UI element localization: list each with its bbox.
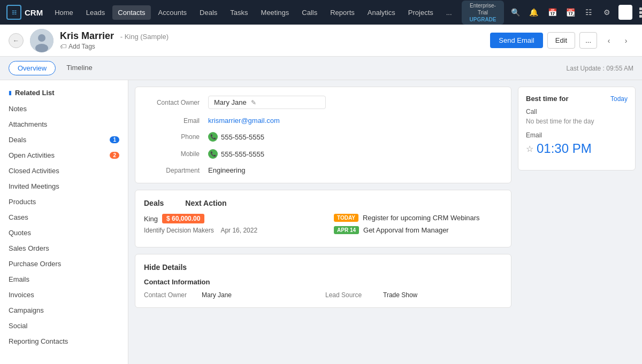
email-link[interactable]: krismarrier@gmail.com	[208, 117, 280, 125]
sidebar-item-sales-orders[interactable]: Sales Orders	[0, 241, 128, 256]
tag-icon: 🏷	[60, 43, 66, 50]
deals-badge: 1	[110, 136, 119, 143]
send-email-button[interactable]: Send Email	[490, 33, 542, 48]
deals-title: Deals	[144, 199, 164, 207]
info-owner-value: Mary Jane	[202, 291, 232, 299]
owner-edit-icon[interactable]: ✎	[251, 99, 256, 106]
sidebar-item-open-activities[interactable]: Open Activities 2	[0, 148, 128, 163]
prev-record-button[interactable]: ‹	[601, 33, 616, 48]
main-layout: ▮ Related List Notes Attachments Deals 1…	[0, 80, 642, 364]
svg-point-2	[35, 44, 48, 52]
action-text-1: Register for upcoming CRM Webinars	[363, 214, 480, 222]
contact-owner-label: Contact Owner	[144, 99, 208, 106]
tab-overview[interactable]: Overview	[9, 61, 56, 75]
nav-accounts[interactable]: Accounts	[153, 5, 192, 20]
grid-icon[interactable]: ☷	[582, 5, 596, 20]
nav-arrows: ‹ ›	[601, 33, 633, 48]
sidebar-item-reporting-contacts[interactable]: Reporting Contacts	[0, 334, 128, 349]
open-activities-badge: 2	[110, 152, 119, 159]
email-value: krismarrier@gmail.com	[208, 117, 502, 125]
back-button[interactable]: ←	[9, 33, 24, 48]
info-owner-label: Contact Owner	[144, 291, 197, 299]
top-navigation: ☷ CRM Home Leads Contacts Accounts Deals…	[0, 0, 642, 25]
today-link[interactable]: Today	[610, 95, 628, 103]
svg-point-1	[38, 34, 45, 42]
contact-info-grid: Contact Owner Mary Jane Lead Source Trad…	[144, 291, 502, 299]
add-tags-button[interactable]: 🏷 Add Tags	[60, 43, 490, 50]
mobile-label: Mobile	[144, 150, 208, 158]
edit-button[interactable]: Edit	[547, 32, 575, 49]
sidebar-item-invoices[interactable]: Invoices	[0, 287, 128, 303]
best-time-email-section: Email ☆ 01:30 PM	[526, 131, 628, 156]
sidebar-item-cases[interactable]: Cases	[0, 210, 128, 225]
sidebar-item-attachments[interactable]: Attachments	[0, 117, 128, 132]
content-panels: Contact Owner Mary Jane ✎ Email krismarr…	[128, 80, 642, 314]
logo-text: CRM	[25, 8, 43, 17]
info-lead-source-value: Trade Show	[383, 291, 417, 299]
deals-content: King $ 60,000.00 Identify Decision Maker…	[144, 214, 502, 238]
deals-header: Deals Next Action	[144, 199, 502, 207]
best-time-title: Best time for	[526, 95, 568, 103]
nav-tasks[interactable]: Tasks	[225, 5, 253, 20]
hide-details-title[interactable]: Hide Details	[144, 263, 502, 272]
best-time-call-sub: No best time for the day	[526, 118, 628, 125]
settings-icon[interactable]: ⚙	[600, 5, 614, 20]
sidebar-item-purchase-orders[interactable]: Purchase Orders	[0, 256, 128, 272]
sidebar-item-deals[interactable]: Deals 1	[0, 132, 128, 148]
mobile-icon: 📞	[208, 149, 218, 159]
nav-leads[interactable]: Leads	[81, 5, 110, 20]
last-update-text: Last Update : 09:55 AM	[567, 65, 633, 72]
nav-more[interactable]: ...	[441, 5, 457, 20]
sidebar-item-products[interactable]: Products	[0, 194, 128, 210]
nav-right-actions: Enterprise-Trial UPGRADE 🔍 🔔 📅 📆 ☷ ⚙	[462, 1, 642, 25]
phone-label: Phone	[144, 133, 208, 141]
apps-icon[interactable]	[637, 5, 642, 20]
calendar-icon[interactable]: 📆	[563, 5, 577, 20]
enterprise-badge: Enterprise-Trial UPGRADE	[462, 1, 505, 25]
sidebar-item-emails[interactable]: Emails	[0, 272, 128, 287]
contact-avatar	[30, 29, 54, 52]
contact-owner-row: Contact Owner Mary Jane ✎	[144, 96, 502, 109]
phone-row: Phone 📞 555-555-5555	[144, 132, 502, 142]
nav-projects[interactable]: Projects	[403, 5, 439, 20]
sidebar-item-closed-activities[interactable]: Closed Activities	[0, 163, 128, 179]
side-panel: Best time for Today Call No best time fo…	[518, 87, 636, 308]
phone-icon: 📞	[208, 132, 218, 142]
nav-home[interactable]: Home	[49, 5, 79, 20]
nav-reports[interactable]: Reports	[325, 5, 360, 20]
department-value: Engineering	[208, 166, 502, 174]
nav-meetings[interactable]: Meetings	[256, 5, 295, 20]
content-area: Contact Owner Mary Jane ✎ Email krismarr…	[128, 80, 642, 364]
deal-name: King	[144, 215, 158, 223]
deals-left: King $ 60,000.00 Identify Decision Maker…	[144, 214, 312, 238]
deal-row: King $ 60,000.00	[144, 214, 312, 223]
contact-owner-value: Mary Jane ✎	[208, 96, 502, 109]
sidebar-item-social[interactable]: Social	[0, 318, 128, 334]
add-icon[interactable]: 📅	[545, 5, 559, 20]
best-time-call-section: Call No best time for the day	[526, 108, 628, 125]
deal-info: Identify Decision Makers Apr 16, 2022	[144, 227, 312, 234]
notification-icon[interactable]: 🔔	[527, 5, 541, 20]
nav-deals[interactable]: Deals	[194, 5, 223, 20]
nav-contacts[interactable]: Contacts	[112, 5, 150, 20]
department-label: Department	[144, 167, 208, 174]
more-options-button[interactable]: ...	[579, 32, 597, 49]
contact-name-header: Kris Marrier - King (Sample)	[60, 30, 490, 42]
nav-analytics[interactable]: Analytics	[362, 5, 401, 20]
tabs-bar: Overview Timeline Last Update : 09:55 AM	[0, 57, 642, 80]
tab-timeline[interactable]: Timeline	[58, 61, 101, 75]
sidebar-title: Related List	[15, 89, 55, 97]
next-record-button[interactable]: ›	[618, 33, 633, 48]
sidebar-toggle-icon: ▮	[9, 90, 12, 96]
sidebar-item-campaigns[interactable]: Campaigns	[0, 303, 128, 318]
hide-details-card: Hide Details Contact Information Contact…	[135, 254, 511, 308]
next-action-title: Next Action	[185, 199, 226, 207]
sidebar-item-notes[interactable]: Notes	[0, 101, 128, 117]
search-icon[interactable]: 🔍	[508, 5, 522, 20]
user-avatar[interactable]	[618, 5, 632, 20]
sidebar-item-invited-meetings[interactable]: Invited Meetings	[0, 179, 128, 194]
sidebar-item-quotes[interactable]: Quotes	[0, 225, 128, 241]
nav-calls[interactable]: Calls	[296, 5, 323, 20]
contact-owner-input[interactable]: Mary Jane ✎	[208, 96, 326, 109]
sidebar-header[interactable]: ▮ Related List	[0, 84, 128, 101]
